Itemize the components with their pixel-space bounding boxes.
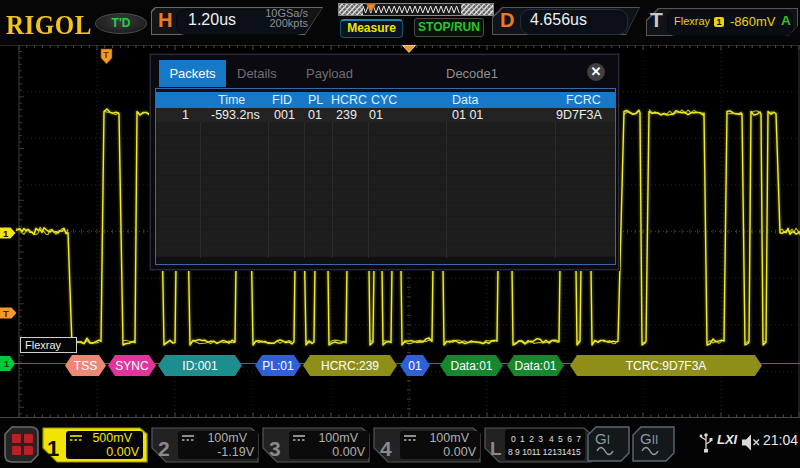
svg-text:1: 1 xyxy=(4,359,9,369)
svg-text:-1.19V: -1.19V xyxy=(217,445,254,459)
svg-text:PL:01: PL:01 xyxy=(262,359,294,373)
svg-text:100mV: 100mV xyxy=(429,431,469,445)
svg-text:L: L xyxy=(490,438,502,459)
svg-text:GI: GI xyxy=(595,430,610,447)
svg-text:2: 2 xyxy=(158,437,170,460)
svg-text:HCRC:239: HCRC:239 xyxy=(321,359,379,373)
svg-text:0 1 2 3: 0 1 2 3 xyxy=(511,434,544,444)
svg-text:TCRC:9D7F3A: TCRC:9D7F3A xyxy=(626,359,707,373)
svg-text:3: 3 xyxy=(269,437,281,460)
svg-text:T: T xyxy=(3,308,9,319)
svg-text:4: 4 xyxy=(380,437,392,460)
svg-text:100mV: 100mV xyxy=(318,431,358,445)
svg-text:01: 01 xyxy=(408,359,422,373)
svg-text:8 9 1011 12131415: 8 9 1011 12131415 xyxy=(508,447,581,457)
svg-text:T: T xyxy=(103,50,109,60)
svg-text:0.00V: 0.00V xyxy=(106,445,139,459)
svg-text:0.00V: 0.00V xyxy=(443,445,476,459)
svg-text:1: 1 xyxy=(47,436,59,461)
svg-text:TSS: TSS xyxy=(74,359,97,373)
svg-text:Data:01: Data:01 xyxy=(450,359,492,373)
svg-text:Data:01: Data:01 xyxy=(514,359,556,373)
svg-text:100mV: 100mV xyxy=(207,431,247,445)
svg-text:4 5 6 7: 4 5 6 7 xyxy=(549,434,582,444)
svg-text:GII: GII xyxy=(640,430,658,447)
svg-text:0.00V: 0.00V xyxy=(332,445,365,459)
svg-text:1: 1 xyxy=(3,228,9,239)
svg-text:SYNC: SYNC xyxy=(115,359,149,373)
svg-text:500mV: 500mV xyxy=(92,431,132,445)
svg-text:ID:001: ID:001 xyxy=(182,359,218,373)
